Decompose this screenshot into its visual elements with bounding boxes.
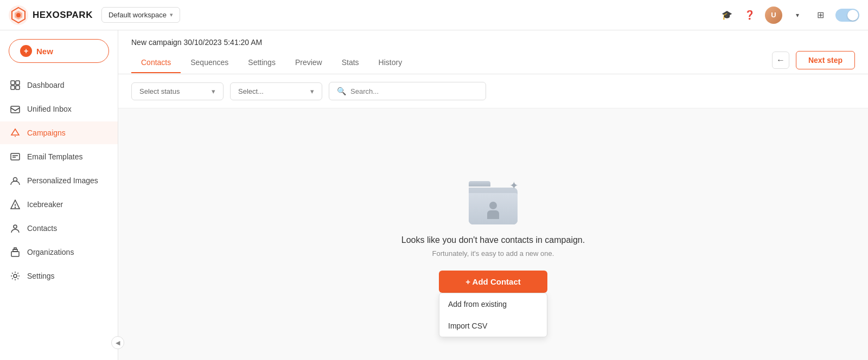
search-input[interactable] [350, 87, 478, 95]
empty-state: ✦ Looks like you don't have contacts in … [118, 108, 868, 360]
sidebar-item-personalized-images[interactable]: Personalized Images [0, 169, 118, 192]
add-contact-button[interactable]: + Add Contact [439, 271, 547, 293]
svg-rect-16 [11, 252, 19, 256]
svg-point-19 [14, 274, 17, 278]
tab-stats[interactable]: Stats [332, 53, 369, 73]
svg-rect-5 [16, 81, 20, 85]
svg-point-14 [15, 207, 16, 208]
sidebar-item-dashboard[interactable]: Dashboard [0, 74, 118, 97]
next-step-button[interactable]: Next step [796, 51, 855, 69]
dropdown-item-add-existing[interactable]: Add from existing [439, 293, 547, 315]
settings-icon [10, 271, 21, 281]
new-button[interactable]: + New [9, 39, 109, 63]
sidebar-label-unified-inbox: Unified Inbox [27, 105, 72, 113]
campaign-title: New campaign 30/10/2023 5:41:20 AM [131, 30, 855, 47]
person-head [489, 202, 497, 209]
toggle-switch[interactable] [835, 9, 859, 22]
workspace-selector[interactable]: Default workspace ▾ [101, 7, 180, 23]
sidebar-label-organizations: Organizations [27, 248, 74, 256]
sidebar-label-contacts: Contacts [27, 224, 57, 233]
organizations-icon [10, 247, 21, 258]
folder-illustration: ✦ [463, 176, 523, 224]
navbar: HEXOSPARK Default workspace ▾ 🎓 ❓ U ▾ ⊞ [0, 0, 868, 30]
folder-spark-icon: ✦ [509, 179, 519, 192]
status-filter[interactable]: Select status ▾ [131, 82, 224, 100]
workspace-label: Default workspace [108, 11, 167, 19]
sidebar-item-email-templates[interactable]: Email Templates [0, 145, 118, 168]
content-area: New campaign 30/10/2023 5:41:20 AM Conta… [118, 30, 868, 360]
status-filter-label: Select status [139, 87, 180, 95]
svg-point-9 [15, 136, 16, 137]
tab-preview[interactable]: Preview [285, 53, 332, 73]
sidebar-item-settings[interactable]: Settings [0, 265, 118, 287]
select-filter-label: Select... [238, 87, 264, 95]
avatar[interactable]: U [765, 7, 782, 24]
contacts-icon [10, 223, 21, 234]
search-bar[interactable]: 🔍 [329, 82, 486, 100]
svg-point-15 [14, 225, 17, 228]
folder-person [485, 202, 501, 220]
add-contact-dropdown: Add from existing Import CSV [439, 293, 547, 337]
main-layout: + New Dashboard Unified Inbox [0, 30, 868, 360]
dashboard-icon [10, 80, 21, 91]
email-templates-icon [10, 151, 21, 162]
grid-icon[interactable]: ⊞ [813, 8, 828, 23]
status-chevron-icon: ▾ [212, 87, 215, 95]
svg-rect-7 [16, 86, 20, 89]
dropdown-item-import-csv[interactable]: Import CSV [439, 315, 547, 337]
tab-settings[interactable]: Settings [238, 53, 285, 73]
sidebar-label-settings: Settings [27, 272, 55, 280]
svg-rect-6 [11, 86, 15, 89]
plus-circle-icon: + [20, 45, 32, 57]
svg-rect-8 [11, 106, 20, 113]
sidebar-label-email-templates: Email Templates [27, 152, 82, 161]
sidebar-label-icebreaker: Icebreaker [27, 200, 63, 209]
svg-rect-18 [14, 248, 16, 249]
navbar-right: 🎓 ❓ U ▾ ⊞ [719, 7, 859, 24]
help-icon[interactable]: ❓ [742, 8, 757, 23]
sidebar-item-contacts[interactable]: Contacts [0, 217, 118, 240]
sidebar-label-dashboard: Dashboard [27, 81, 65, 89]
logo: HEXOSPARK [9, 5, 93, 25]
svg-rect-4 [11, 81, 15, 85]
navbar-left: HEXOSPARK Default workspace ▾ [9, 5, 180, 25]
sidebar-nav: Dashboard Unified Inbox Campaigns [0, 74, 118, 287]
campaign-header: New campaign 30/10/2023 5:41:20 AM Conta… [118, 30, 868, 74]
tab-actions: ← Next step [772, 51, 855, 74]
campaign-tabs: Contacts Sequences Settings Preview Stat… [131, 51, 855, 74]
inbox-icon [10, 104, 21, 114]
sidebar-label-campaigns: Campaigns [27, 128, 66, 137]
sidebar-item-unified-inbox[interactable]: Unified Inbox [0, 98, 118, 120]
sidebar-item-campaigns[interactable]: Campaigns [0, 121, 118, 144]
logo-icon [9, 5, 28, 25]
add-contact-container: + Add Contact Add from existing Import C… [439, 271, 547, 293]
icebreaker-icon [10, 199, 21, 210]
sidebar-item-organizations[interactable]: Organizations [0, 241, 118, 263]
toggle-knob [847, 10, 858, 21]
search-icon: 🔍 [337, 87, 346, 95]
svg-rect-10 [11, 153, 20, 160]
select-filter[interactable]: Select... ▾ [230, 82, 322, 100]
campaigns-icon [10, 127, 21, 138]
tab-history[interactable]: History [369, 53, 412, 73]
sidebar: + New Dashboard Unified Inbox [0, 30, 118, 360]
svg-point-3 [16, 13, 21, 17]
filters-bar: Select status ▾ Select... ▾ 🔍 [118, 74, 868, 108]
select-chevron-icon: ▾ [310, 87, 314, 95]
tab-contacts[interactable]: Contacts [131, 53, 181, 73]
back-button[interactable]: ← [772, 52, 789, 69]
workspace-chevron-icon: ▾ [170, 11, 173, 18]
logo-text: HEXOSPARK [33, 10, 93, 21]
personalized-images-icon [10, 175, 21, 186]
folder-tab [469, 181, 490, 187]
empty-state-subtitle: Fortunately, it's easy to add a new one. [432, 249, 554, 258]
sidebar-item-icebreaker[interactable]: Icebreaker [0, 193, 118, 216]
folder-front [469, 193, 518, 224]
tab-sequences[interactable]: Sequences [181, 53, 238, 73]
person-body [487, 210, 499, 219]
new-button-label: New [36, 47, 53, 56]
chevron-down-icon[interactable]: ▾ [790, 8, 805, 23]
sidebar-label-personalized-images: Personalized Images [27, 176, 98, 185]
empty-state-title: Looks like you don't have contacts in ca… [401, 235, 585, 245]
graduation-icon[interactable]: 🎓 [719, 8, 735, 23]
